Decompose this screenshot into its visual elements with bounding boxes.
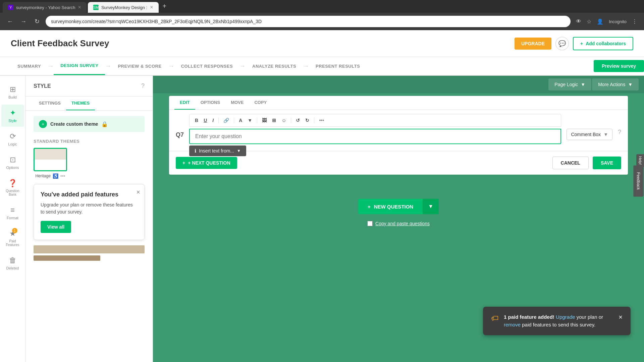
- star-icon[interactable]: ☆: [585, 17, 593, 26]
- preview-survey-button[interactable]: Preview survey: [594, 60, 644, 72]
- question-tab-options[interactable]: OPTIONS: [195, 96, 226, 110]
- nav-deleted-label: Deleted: [6, 266, 19, 270]
- toast-notification: 🏷 1 paid feature added! Upgrade your pla…: [483, 307, 631, 335]
- insert-text-dropdown[interactable]: ℹ Insert text from... ▼: [189, 145, 246, 156]
- more-actions-label: More Actions: [598, 82, 625, 87]
- next-question-button[interactable]: + + NEXT QUESTION: [176, 157, 237, 169]
- italic-button[interactable]: I: [210, 116, 216, 124]
- page-logic-button[interactable]: Page Logic ▼: [548, 78, 591, 90]
- special-char-button[interactable]: ☺: [279, 116, 288, 124]
- question-tab-move[interactable]: MOVE: [225, 96, 249, 110]
- sidebar-help-icon[interactable]: ?: [141, 82, 145, 89]
- new-question-button[interactable]: + NEW QUESTION: [358, 199, 423, 214]
- help-label: Help!: [638, 156, 642, 165]
- nav-paid-features-label: Paid Features: [4, 239, 21, 247]
- sidebar-header-row: STYLE ?: [34, 82, 145, 89]
- link-button[interactable]: 🔗: [221, 116, 231, 124]
- nav-arrow-4: →: [239, 57, 246, 75]
- nav-arrow-2: →: [105, 57, 111, 75]
- toast-icon: 🏷: [491, 314, 498, 323]
- question-text-input[interactable]: [189, 129, 561, 144]
- collaborators-plus-icon: +: [580, 41, 583, 46]
- tab-close-sm[interactable]: ×: [150, 4, 153, 10]
- redo-button[interactable]: ↻: [303, 116, 311, 124]
- sidebar-tab-themes[interactable]: THEMES: [66, 97, 95, 110]
- nav-item-collect[interactable]: COLLECT RESPONSES: [174, 57, 239, 75]
- question-tab-edit[interactable]: EDIT: [174, 96, 195, 110]
- nav-question-bank-label: Question Bank: [4, 189, 21, 196]
- menu-icon[interactable]: ⋮: [631, 17, 639, 26]
- new-question-section: + NEW QUESTION ▼ Copy and paste question…: [153, 185, 644, 240]
- underline-button[interactable]: U: [202, 116, 209, 124]
- browser-tab-sm[interactable]: SM SurveyMonkey Design : ×: [88, 2, 159, 13]
- next-question-plus: +: [182, 160, 185, 166]
- nav-style[interactable]: ✦ Style: [1, 105, 24, 127]
- nav-format[interactable]: ≡ Format: [1, 202, 24, 224]
- nav-deleted[interactable]: 🗑 Deleted: [1, 252, 24, 274]
- cancel-button[interactable]: CANCEL: [552, 157, 589, 169]
- theme-more-icon[interactable]: •••: [60, 173, 65, 179]
- view-all-button[interactable]: View all: [41, 221, 71, 233]
- theme-name-heritage: Heritage: [35, 174, 50, 178]
- toolbar-separator-1: [218, 117, 219, 123]
- build-icon: ⊞: [10, 85, 16, 94]
- new-tab-button[interactable]: +: [160, 1, 169, 11]
- create-theme-plus-icon: +: [39, 120, 47, 128]
- paid-popup-close-button[interactable]: ×: [136, 188, 140, 196]
- tab-label-yahoo: surveymonkey - Yahoo Search: [16, 5, 75, 10]
- toast-upgrade-link[interactable]: Upgrade: [556, 314, 575, 320]
- theme-preview-bars: [34, 245, 145, 261]
- nav-item-design[interactable]: DESIGN SURVEY: [54, 57, 105, 75]
- next-question-label: + NEXT QUESTION: [188, 160, 230, 166]
- browser-tab-yahoo[interactable]: Y surveymonkey - Yahoo Search ×: [3, 2, 87, 13]
- upgrade-button[interactable]: UPGRADE: [515, 38, 551, 50]
- nav-item-analyze[interactable]: ANALYZE RESULTS: [246, 57, 303, 75]
- nav-item-preview[interactable]: PREVIEW & SCORE: [111, 57, 168, 75]
- nav-question-bank[interactable]: ❓ Question Bank: [1, 175, 24, 200]
- question-type-selector[interactable]: Comment Box ▼: [567, 129, 612, 140]
- nav-label-design: DESIGN SURVEY: [60, 63, 98, 68]
- page-logic-dropdown-icon: ▼: [581, 82, 585, 87]
- copy-paste-checkbox[interactable]: [367, 221, 373, 226]
- bold-button[interactable]: B: [193, 116, 200, 124]
- collaborators-button[interactable]: + Add collaborators: [573, 37, 633, 50]
- undo-button[interactable]: ↺: [294, 116, 302, 124]
- nav-options[interactable]: ⊡ Options: [1, 152, 24, 174]
- table-button[interactable]: ⊞: [270, 116, 278, 124]
- feedback-tab[interactable]: Feedback: [634, 166, 644, 197]
- toolbar-separator-4: [291, 117, 291, 123]
- back-button[interactable]: ←: [5, 17, 15, 26]
- browser-chrome: Y surveymonkey - Yahoo Search × SM Surve…: [0, 0, 644, 30]
- help-tab[interactable]: Help!: [636, 154, 644, 167]
- new-question-dropdown-button[interactable]: ▼: [423, 199, 439, 214]
- more-tools-button[interactable]: •••: [317, 116, 326, 124]
- nav-item-present[interactable]: PRESENT RESULTS: [309, 57, 367, 75]
- standard-themes-label: STANDARD THEMES: [34, 139, 145, 144]
- image-button[interactable]: 🖼: [260, 116, 269, 124]
- question-tab-copy[interactable]: COPY: [249, 96, 272, 110]
- profile-icon[interactable]: 👤: [595, 17, 605, 26]
- theme-item-heritage[interactable]: Heritage ♿ •••: [34, 148, 67, 179]
- copy-paste-link[interactable]: Copy and paste questions: [375, 221, 430, 226]
- refresh-button[interactable]: ↻: [32, 17, 42, 26]
- text-color-dropdown[interactable]: ▼: [246, 116, 254, 124]
- paid-popup-title: You've added paid features: [41, 191, 138, 198]
- address-bar[interactable]: surveymonkey.com/create/?sm=qWCeo19KXH3H…: [46, 16, 571, 27]
- nav-logic[interactable]: ⟳ Logic: [1, 128, 24, 150]
- comment-button[interactable]: 💬: [555, 37, 569, 50]
- nav-label-summary: SUMMARY: [17, 64, 41, 69]
- tab-close-yahoo[interactable]: ×: [78, 4, 81, 10]
- text-color-button[interactable]: A: [237, 116, 244, 124]
- toast-close-button[interactable]: ×: [619, 313, 623, 321]
- save-button[interactable]: SAVE: [593, 157, 621, 169]
- nav-paid-features[interactable]: ★ 1 Paid Features: [1, 225, 24, 251]
- nav-build[interactable]: ⊞ Build: [1, 81, 24, 103]
- content-toolbar: Page Logic ▼ More Actions ▼: [153, 76, 644, 93]
- nav-item-summary[interactable]: SUMMARY: [11, 57, 48, 75]
- question-help-icon[interactable]: ?: [618, 129, 621, 136]
- create-theme-button[interactable]: + Create custom theme 🔒: [34, 116, 145, 132]
- sidebar-tab-settings[interactable]: SETTINGS: [34, 97, 66, 110]
- toast-remove-link[interactable]: remove: [504, 322, 521, 327]
- forward-button[interactable]: →: [19, 17, 28, 26]
- more-actions-button[interactable]: More Actions ▼: [592, 78, 639, 90]
